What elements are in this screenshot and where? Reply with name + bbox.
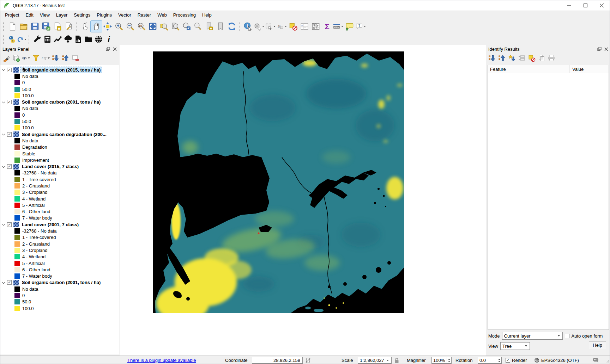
calculator-button[interactable] <box>42 35 53 44</box>
layer-name[interactable]: Soil organic carbon degradation (200... <box>21 131 108 137</box>
menu-item-edit[interactable]: Edit <box>22 12 36 18</box>
collapse-all-button[interactable] <box>61 54 70 62</box>
measure-line-button[interactable] <box>333 21 344 32</box>
copy-feature-button[interactable] <box>537 54 546 62</box>
mode-combo[interactable]: Current layer <box>502 332 563 340</box>
folder-button[interactable] <box>83 35 93 44</box>
dropdown-arrow-icon[interactable] <box>262 26 264 27</box>
feature-column-header[interactable]: Feature <box>488 65 569 73</box>
scale-combo[interactable]: 1:2,862,027 <box>358 357 392 364</box>
magnifier-spinner[interactable]: 100% <box>431 357 452 364</box>
download-cloud-button[interactable] <box>63 35 73 44</box>
show-bookmarks-button[interactable] <box>215 21 226 32</box>
open-form-button[interactable] <box>517 54 526 62</box>
save-project-as-button[interactable] <box>41 21 52 32</box>
plugin-update-link[interactable]: There is a plugin update available <box>127 357 196 364</box>
layer-name[interactable]: Soil organic carbon (2001, tons / ha) <box>21 99 102 105</box>
layer-row[interactable]: ✓Land cover (2015, 7 class) <box>0 163 119 169</box>
layer-visibility-checkbox[interactable]: ✓ <box>7 164 12 169</box>
pan-to-selection-button[interactable] <box>102 21 113 32</box>
view-combo[interactable]: Tree <box>500 342 530 350</box>
help-button[interactable]: Help <box>589 341 606 349</box>
open-attribute-table-button[interactable] <box>299 21 310 32</box>
identify-features-button[interactable]: i <box>242 21 254 32</box>
expand-tree-button[interactable] <box>488 54 497 62</box>
add-group-button[interactable] <box>12 54 21 62</box>
layer-name[interactable]: Soil organic carbon (2015, tons / ha) <box>21 67 102 73</box>
touch-zoom-pan-button[interactable] <box>79 21 91 32</box>
globe-button[interactable] <box>93 35 104 44</box>
new-bookmark-button[interactable] <box>204 21 215 32</box>
toolbar-handle[interactable] <box>3 35 6 44</box>
new-project-button[interactable] <box>7 21 18 32</box>
composer-manager-button[interactable] <box>63 21 74 32</box>
results-column-header[interactable]: Feature Value <box>488 65 609 73</box>
deselect-all-button[interactable] <box>288 21 299 32</box>
menu-item-raster[interactable]: Raster <box>134 12 154 18</box>
layer-name[interactable]: Soil organic carbon (2001, tons / ha) <box>21 279 102 285</box>
layer-row[interactable]: ✓Land cover (2001, 7 class) <box>0 221 119 228</box>
toolbar-handle[interactable] <box>29 35 31 44</box>
menu-item-web[interactable]: Web <box>154 12 170 18</box>
results-area[interactable] <box>488 73 609 330</box>
layer-visibility-checkbox[interactable]: ✓ <box>7 132 12 137</box>
resize-grip[interactable] <box>605 360 609 364</box>
layer-row[interactable]: ✓Soil organic carbon (2001, tons / ha) <box>0 279 119 286</box>
zoom-out-button[interactable] <box>125 21 136 32</box>
map-canvas[interactable] <box>120 45 486 356</box>
dropdown-arrow-icon[interactable] <box>273 26 276 27</box>
pan-map-button[interactable] <box>91 21 102 32</box>
open-project-button[interactable] <box>18 21 29 32</box>
trend-chart-button[interactable] <box>53 35 63 44</box>
toolbar-handle[interactable] <box>239 22 241 31</box>
render-toggle[interactable]: ✓Render <box>506 357 527 364</box>
field-calculator-button[interactable] <box>310 21 321 32</box>
settings-wrench-button[interactable] <box>32 35 42 44</box>
zoom-in-button[interactable] <box>113 21 125 32</box>
layer-visibility-checkbox[interactable]: ✓ <box>7 222 12 227</box>
auto-open-form-checkbox[interactable] <box>565 334 569 338</box>
zoom-to-selection-button[interactable] <box>158 21 170 32</box>
plugin-reload-button[interactable] <box>17 35 27 44</box>
coordinate-input[interactable]: 28.926,2.158 <box>252 357 303 364</box>
dropdown-arrow-icon[interactable] <box>364 26 366 27</box>
rotation-spinner[interactable]: 0.0 <box>478 357 502 364</box>
run-feature-action-button[interactable] <box>254 21 265 32</box>
map-tips-button[interactable] <box>344 21 355 32</box>
float-panel-icon[interactable] <box>106 47 110 51</box>
layer-row[interactable]: ✓Soil organic carbon (2015, tons / ha) <box>0 67 119 73</box>
print-response-button[interactable] <box>547 54 556 62</box>
layer-name[interactable]: Land cover (2015, 7 class) <box>21 164 80 169</box>
collapse-tree-button[interactable] <box>497 54 507 62</box>
layer-name[interactable]: Land cover (2001, 7 class) <box>21 222 80 228</box>
menu-item-view[interactable]: View <box>37 12 53 18</box>
chevron-down-icon[interactable] <box>2 68 5 71</box>
refresh-map-button[interactable] <box>226 21 237 32</box>
chevron-down-icon[interactable] <box>2 281 5 284</box>
select-by-expression-button[interactable]: ε <box>276 21 288 32</box>
layer-visibility-checkbox[interactable]: ✓ <box>7 280 12 285</box>
dropdown-arrow-icon[interactable] <box>28 57 30 59</box>
expand-all-button[interactable] <box>51 54 60 62</box>
zoom-last-button[interactable] <box>181 21 192 32</box>
messages-button[interactable] <box>592 357 599 364</box>
info-button[interactable]: i <box>104 35 114 44</box>
float-panel-icon[interactable] <box>597 47 602 51</box>
layer-styling-button[interactable] <box>2 54 11 62</box>
crs-status[interactable]: EPSG:4326 (OTF) <box>534 357 579 364</box>
select-features-button[interactable] <box>265 21 276 32</box>
chevron-down-icon[interactable] <box>2 223 5 226</box>
manage-visibility-button[interactable] <box>22 54 31 62</box>
close-button[interactable] <box>593 0 610 11</box>
dropdown-arrow-icon[interactable] <box>48 57 50 59</box>
show-statistics-button[interactable]: Σ <box>321 21 333 32</box>
menu-item-help[interactable]: Help <box>199 12 215 18</box>
menu-item-project[interactable]: Project <box>2 12 22 18</box>
layer-visibility-checkbox[interactable]: ✓ <box>7 100 12 104</box>
dropdown-arrow-icon[interactable] <box>285 26 287 27</box>
close-panel-icon[interactable] <box>113 47 117 51</box>
render-checkbox[interactable]: ✓ <box>506 358 510 363</box>
menu-item-settings[interactable]: Settings <box>71 12 93 18</box>
chevron-down-icon[interactable] <box>2 100 5 103</box>
dropdown-arrow-icon[interactable] <box>341 26 343 27</box>
